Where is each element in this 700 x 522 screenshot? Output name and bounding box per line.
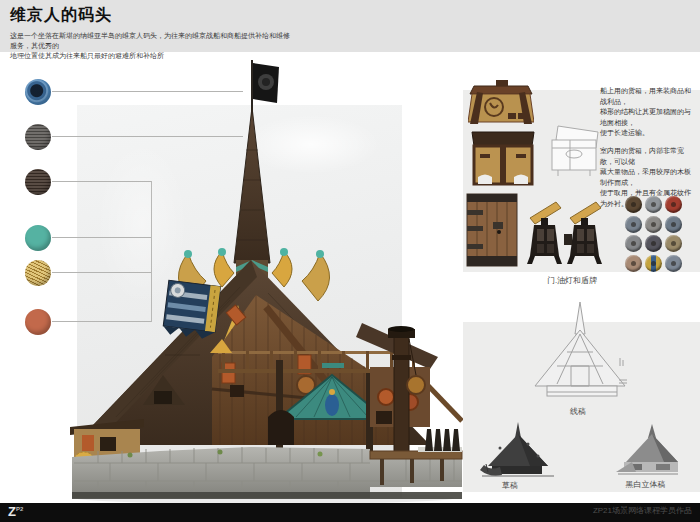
rough-sketch-image [478,420,558,480]
note-line: 室内用的货箱，内部非常宽敞，可以储 [600,146,697,167]
studio-logo: ZP2 [8,504,23,519]
round-shield [645,216,662,233]
ship-crate-note: 船上用的货箱，用来装商品和战利品， 梯形的结构让其更加稳固的与地面相接， 便于长… [600,86,697,139]
line-sketch-image [527,300,633,404]
sketch-caption-rough: 草稿 [480,480,540,491]
black-flag [252,60,279,117]
entrance-door [268,410,294,445]
round-shield [625,235,642,252]
window [230,385,244,397]
roof-banner [162,280,220,340]
swatch-dark-timber-brown [25,169,51,195]
crate-line-drawing [540,124,604,178]
bw-volume-sketch-image [612,422,682,479]
ship-crate-image [468,76,534,126]
round-shield [665,235,682,252]
logo-text: Z [8,504,16,519]
page-title: 维京人的码头 [10,5,112,26]
round-shield [625,216,642,233]
shield-grid [623,195,685,273]
sketch-caption-line: 线稿 [538,406,618,417]
swatch-teal-paint [25,225,51,251]
swatch-weathered-wood-gray [25,124,51,150]
indoor-crate-image [466,128,540,190]
round-shield [665,216,682,233]
note-line: 船上用的货箱，用来装商品和战利品， [600,86,697,107]
description-line-1: 这是一个坐落在斯堪的纳维亚半岛的维京人码头，为往来的维京战船和商船提供补给和维修… [10,31,290,51]
sketch-caption-bw: 黑白立体稿 [598,479,693,490]
round-shield [665,196,682,213]
wooden-door-image [463,192,521,268]
round-shield [645,235,662,252]
round-shield [645,196,662,213]
spire [234,107,270,286]
oil-lantern-image [524,198,564,266]
note-line: 便于长途运输。 [600,128,697,139]
note-line: 梯形的结构让其更加稳固的与地面相接， [600,107,697,128]
round-shield [625,196,642,213]
round-shield [665,255,682,272]
logo-superscript: P2 [16,506,23,512]
swatch-straw-gold [25,260,51,286]
props-caption: 门.油灯和盾牌 [462,275,682,286]
note-line: 藏大量物品，采用较厚的木板制作而成， [600,167,697,188]
swatch-painted-shield-blue [25,79,51,105]
round-shield [645,255,662,272]
swatch-terracotta-clay [25,309,51,335]
viking-dock-concept-art [70,55,470,505]
watermark-text: ZP21场景网络课程学员作品 [593,505,692,516]
round-shield [625,255,642,272]
oil-lantern-image [564,198,604,266]
